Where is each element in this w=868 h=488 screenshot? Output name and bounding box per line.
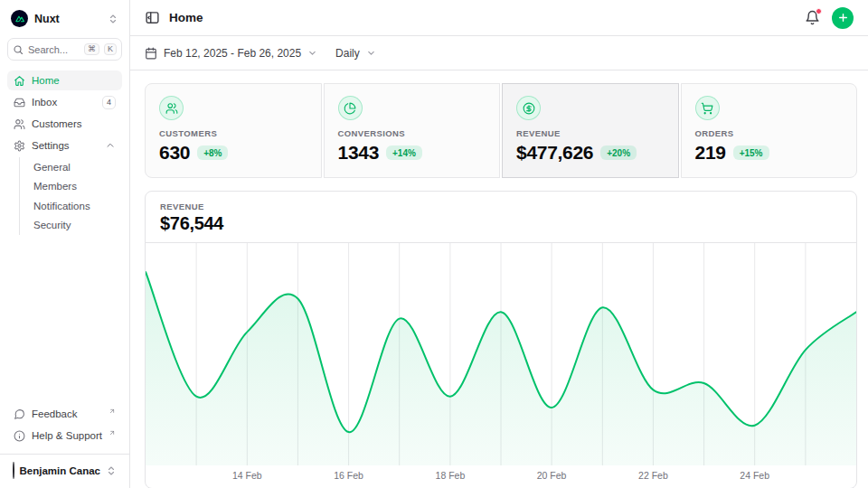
chevron-up-icon: [105, 140, 116, 151]
sidebar-item-home[interactable]: Home: [7, 70, 122, 90]
sidebar-subitems: GeneralMembersNotificationsSecurity: [19, 157, 122, 235]
revenue-area-chart[interactable]: 14 Feb16 Feb18 Feb20 Feb22 Feb24 Feb: [146, 243, 856, 485]
period-select[interactable]: Daily: [335, 47, 376, 60]
collapse-sidebar-button[interactable]: [145, 10, 160, 25]
page-header: Home: [130, 0, 868, 36]
main-area: Home Feb 12, 2025 - Feb 26, 2025 Daily C…: [130, 0, 868, 488]
calendar-icon: [145, 47, 157, 60]
sidebar-item-label: Customers: [32, 118, 116, 129]
x-axis-tick-label: 14 Feb: [232, 470, 262, 481]
users-icon: [165, 102, 178, 115]
kbd-cmd: ⌘: [84, 43, 99, 56]
user-menu[interactable]: Benjamin Canac: [7, 457, 122, 483]
stat-label: CUSTOMERS: [159, 128, 307, 138]
inbox-icon: [14, 97, 25, 108]
user-name: Benjamin Canac: [20, 465, 100, 476]
revenue-chart-card: REVENUE $76,544 14 Feb16 Feb18 Feb20 Feb…: [145, 191, 857, 488]
plus-icon: [837, 12, 849, 23]
chevrons-up-down-icon: [108, 14, 118, 24]
chart-header: REVENUE $76,544: [146, 192, 856, 243]
sidebar-item-label: Inbox: [32, 97, 96, 108]
notification-dot: [816, 8, 822, 14]
date-range-picker[interactable]: Feb 12, 2025 - Feb 26, 2025: [145, 47, 317, 60]
stat-card-customers[interactable]: CUSTOMERS630+8%: [145, 83, 322, 178]
sidebar-item-feedback[interactable]: Feedback: [7, 404, 122, 424]
stat-icon-circle: [338, 96, 363, 120]
stat-value: 1343: [338, 142, 380, 164]
header-actions: [805, 7, 854, 29]
kbd-k: K: [104, 43, 117, 56]
shopping-cart-icon: [701, 102, 713, 115]
filter-toolbar: Feb 12, 2025 - Feb 26, 2025 Daily: [130, 36, 868, 70]
search-icon: [13, 44, 24, 55]
sidebar-subitem-notifications[interactable]: Notifications: [20, 196, 122, 216]
stats-row: CUSTOMERS630+8%CONVERSIONS1343+14%REVENU…: [145, 83, 857, 178]
stat-delta-badge: +8%: [197, 145, 228, 160]
stat-delta-badge: +15%: [733, 145, 769, 160]
users-icon: [14, 118, 25, 130]
sidebar-item-customers[interactable]: Customers: [7, 114, 122, 134]
sidebar-footer-links: FeedbackHelp & Support: [7, 404, 122, 447]
sidebar-item-label: Help & Support: [32, 430, 104, 441]
sidebar-subitem-members[interactable]: Members: [20, 177, 122, 197]
chart-pie-icon: [344, 102, 356, 115]
period-label: Daily: [335, 47, 360, 60]
panel-left-close-icon: [145, 10, 160, 25]
sidebar-item-help-support[interactable]: Help & Support: [7, 426, 122, 446]
external-link-indicator: [108, 429, 116, 436]
stat-card-conversions[interactable]: CONVERSIONS1343+14%: [324, 83, 501, 178]
x-axis-tick-label: 22 Feb: [638, 470, 668, 481]
arrow-up-right-icon: [108, 408, 116, 415]
sidebar: Nuxt Search... ⌘ K HomeInbox4CustomersSe…: [0, 0, 130, 488]
stat-value: 630: [159, 142, 190, 164]
sidebar-subitem-security[interactable]: Security: [20, 216, 122, 236]
stat-label: CONVERSIONS: [338, 128, 486, 138]
date-range-label: Feb 12, 2025 - Feb 26, 2025: [164, 47, 301, 60]
stat-delta-badge: +14%: [386, 145, 422, 160]
house-icon: [14, 75, 25, 87]
sidebar-item-label: Feedback: [32, 408, 104, 419]
stat-value: 219: [695, 142, 726, 164]
x-axis-tick-label: 24 Feb: [740, 470, 769, 481]
search-placeholder: Search...: [28, 44, 80, 55]
stat-label: REVENUE: [516, 128, 665, 138]
x-axis-tick-label: 20 Feb: [537, 470, 567, 481]
nuxt-logo-icon: [11, 10, 28, 27]
arrow-up-right-icon: [108, 429, 116, 436]
circle-dollar-sign-icon: [523, 102, 535, 115]
stat-delta-badge: +20%: [600, 145, 637, 160]
inbox-count-badge: 4: [102, 96, 116, 109]
sidebar-item-label: Settings: [32, 140, 99, 151]
external-link-indicator: [108, 408, 116, 415]
sidebar-item-inbox[interactable]: Inbox4: [7, 92, 122, 112]
sidebar-subitem-general[interactable]: General: [20, 157, 122, 177]
brand-name: Nuxt: [34, 13, 101, 25]
x-axis-tick-label: 18 Feb: [436, 470, 466, 481]
stat-icon-circle: [695, 96, 720, 120]
chart-total-value: $76,544: [160, 213, 842, 234]
sidebar-spacer: [7, 238, 122, 404]
chart-title: REVENUE: [160, 202, 842, 211]
stat-card-orders[interactable]: ORDERS219+15%: [681, 83, 858, 178]
page-title: Home: [169, 11, 203, 24]
sidebar-nav: HomeInbox4CustomersSettingsGeneralMember…: [7, 70, 122, 238]
avatar: [13, 462, 14, 479]
stat-label: ORDERS: [695, 128, 844, 138]
x-axis-tick-label: 16 Feb: [334, 470, 363, 481]
divider: [0, 454, 129, 455]
settings-icon: [14, 140, 25, 152]
info-icon: [14, 430, 25, 442]
workspace-switcher[interactable]: Nuxt: [7, 0, 122, 32]
stat-card-revenue[interactable]: REVENUE$477,626+20%: [502, 83, 679, 178]
stat-icon-circle: [516, 96, 541, 120]
chevrons-up-down-icon: [106, 465, 117, 476]
sidebar-item-settings[interactable]: Settings: [7, 136, 122, 155]
stat-value: $477,626: [516, 142, 593, 164]
add-button[interactable]: [832, 7, 854, 29]
stat-icon-circle: [159, 96, 184, 120]
chevron-down-icon: [307, 48, 317, 58]
page-content: CUSTOMERS630+8%CONVERSIONS1343+14%REVENU…: [130, 70, 868, 488]
message-circle-icon: [14, 408, 25, 420]
search-input[interactable]: Search... ⌘ K: [7, 38, 122, 61]
notifications-button[interactable]: [805, 10, 820, 25]
